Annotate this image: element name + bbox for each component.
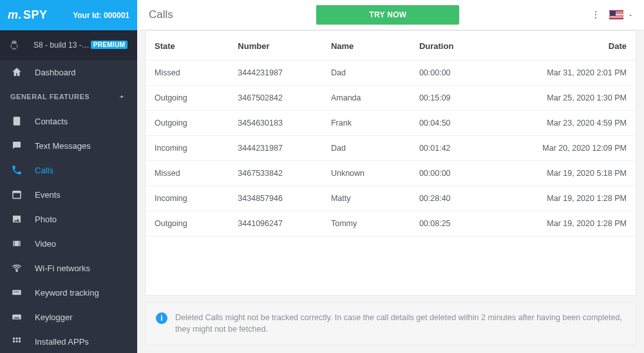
flag-us-icon bbox=[609, 10, 623, 19]
device-name: S8 - build 13 -… bbox=[33, 41, 90, 50]
sidebar-item-installed-apps[interactable]: Installed APPs bbox=[0, 329, 137, 353]
sidebar-item-label: Events bbox=[35, 190, 61, 200]
sidebar-section-general[interactable]: GENERAL FEATURES bbox=[0, 84, 137, 109]
table-row[interactable]: Outgoing3467502842Amanda00:15:09Mar 25, … bbox=[146, 86, 636, 111]
more-menu-button[interactable] bbox=[590, 9, 601, 21]
cell-state: Outgoing bbox=[146, 211, 229, 236]
sidebar-item-text-messages[interactable]: Text Messages bbox=[0, 133, 137, 158]
cell-name: Dad bbox=[322, 61, 410, 86]
table-row[interactable]: Missed3444231987Dad00:00:00Mar 31, 2020 … bbox=[146, 61, 636, 86]
svg-rect-8 bbox=[16, 338, 18, 339]
cell-state: Missed bbox=[146, 161, 229, 186]
cell-number: 3444231987 bbox=[229, 136, 322, 161]
cell-number: 3467533842 bbox=[229, 161, 322, 186]
svg-rect-11 bbox=[16, 341, 18, 343]
cell-duration: 00:04:50 bbox=[410, 111, 493, 136]
svg-point-0 bbox=[16, 271, 17, 272]
cell-date: Mar 25, 2020 1:30 PM bbox=[493, 86, 636, 111]
svg-rect-4 bbox=[18, 292, 19, 293]
svg-rect-2 bbox=[14, 292, 15, 293]
svg-rect-5 bbox=[12, 314, 21, 320]
cell-state: Outgoing bbox=[146, 86, 229, 111]
cell-state: Incoming bbox=[146, 136, 229, 161]
sidebar-item-label: Installed APPs bbox=[35, 337, 89, 347]
svg-rect-9 bbox=[19, 338, 21, 339]
cell-name: Unknown bbox=[322, 161, 410, 186]
col-header-number[interactable]: Number bbox=[229, 31, 322, 61]
svg-rect-7 bbox=[13, 338, 15, 339]
sidebar-item-calls[interactable]: Calls bbox=[0, 158, 137, 182]
cell-duration: 00:08:25 bbox=[410, 211, 493, 236]
sidebar-section-label: GENERAL FEATURES bbox=[10, 93, 90, 100]
cell-date: Mar 19, 2020 5:18 PM bbox=[493, 161, 636, 186]
col-header-state[interactable]: State bbox=[146, 31, 229, 61]
wifi-icon bbox=[10, 262, 23, 274]
sidebar-nav: Dashboard GENERAL FEATURES Contacts Text… bbox=[0, 60, 137, 353]
svg-rect-10 bbox=[13, 341, 15, 343]
device-selector[interactable]: S8 - build 13 -… PREMIUM bbox=[0, 30, 137, 60]
table-row[interactable]: Incoming3434857946Matty00:28:40Mar 19, 2… bbox=[146, 186, 636, 211]
cell-duration: 00:15:09 bbox=[410, 86, 493, 111]
video-icon bbox=[10, 237, 23, 250]
table-header-row: State Number Name Duration Date bbox=[146, 31, 636, 61]
keylogger-icon bbox=[10, 310, 23, 323]
sidebar-item-label: Video bbox=[35, 239, 56, 249]
svg-rect-6 bbox=[14, 318, 19, 319]
try-now-button[interactable]: TRY NOW bbox=[316, 5, 459, 24]
info-icon: i bbox=[156, 312, 167, 324]
table-row[interactable]: Missed3467533842Unknown00:00:00Mar 19, 2… bbox=[146, 161, 636, 186]
sidebar-item-keylogger[interactable]: Keylogger bbox=[0, 305, 137, 329]
sidebar-item-video[interactable]: Video bbox=[0, 231, 137, 256]
your-id-label: Your Id: 000001 bbox=[73, 11, 129, 20]
message-icon bbox=[10, 139, 23, 152]
cell-state: Incoming bbox=[146, 186, 229, 211]
cell-duration: 00:00:00 bbox=[410, 161, 493, 186]
cell-duration: 00:28:40 bbox=[410, 186, 493, 211]
cell-name: Dad bbox=[322, 136, 410, 161]
calendar-icon bbox=[10, 188, 23, 201]
sidebar-item-wifi[interactable]: Wi-Fi networks bbox=[0, 256, 137, 280]
table-row[interactable]: Incoming3444231987Dad00:01:42Mar 20, 202… bbox=[146, 136, 636, 161]
topbar-actions bbox=[590, 9, 632, 21]
sidebar-item-label: Contacts bbox=[35, 117, 68, 126]
cell-duration: 00:00:00 bbox=[410, 61, 493, 86]
notice-text: Deleted Calls might not be tracked corre… bbox=[175, 312, 625, 336]
sidebar-item-contacts[interactable]: Contacts bbox=[0, 109, 137, 133]
table-row[interactable]: Outgoing3441096247Tommy00:08:25Mar 19, 2… bbox=[146, 211, 636, 236]
cell-number: 3441096247 bbox=[229, 211, 322, 236]
sidebar-item-photo[interactable]: Photo bbox=[0, 207, 137, 231]
brand-logo: m.SPY bbox=[8, 8, 48, 22]
cell-name: Tommy bbox=[322, 211, 410, 236]
sidebar-item-events[interactable]: Events bbox=[0, 182, 137, 207]
language-selector[interactable] bbox=[609, 10, 632, 19]
cell-name: Frank bbox=[322, 111, 410, 136]
sidebar-item-keyword-tracking[interactable]: Keyword tracking bbox=[0, 280, 137, 305]
sidebar-item-dashboard[interactable]: Dashboard bbox=[0, 60, 137, 84]
logo-m-icon: m. bbox=[8, 8, 22, 22]
cell-name: Amanda bbox=[322, 86, 410, 111]
col-header-duration[interactable]: Duration bbox=[410, 31, 493, 61]
calls-table-card: State Number Name Duration Date Missed34… bbox=[145, 30, 636, 296]
cell-state: Missed bbox=[146, 61, 229, 86]
cell-date: Mar 19, 2020 1:28 PM bbox=[493, 186, 636, 211]
svg-point-13 bbox=[595, 11, 596, 12]
sidebar-item-label: Wi-Fi networks bbox=[35, 263, 90, 273]
clipboard-icon bbox=[10, 115, 23, 128]
col-header-date[interactable]: Date bbox=[493, 31, 636, 61]
logo-text: SPY bbox=[23, 8, 48, 22]
sidebar-item-label: Keylogger bbox=[35, 312, 73, 322]
sidebar-item-label: Calls bbox=[35, 166, 53, 175]
cell-number: 3444231987 bbox=[229, 61, 322, 86]
sidebar: m.SPY Your Id: 000001 S8 - build 13 -… P… bbox=[0, 0, 137, 353]
chevron-up-icon bbox=[117, 91, 127, 102]
cell-duration: 00:01:42 bbox=[410, 136, 493, 161]
apps-grid-icon bbox=[10, 335, 23, 348]
col-header-name[interactable]: Name bbox=[322, 31, 410, 61]
sidebar-item-label: Dashboard bbox=[35, 68, 76, 77]
cell-date: Mar 31, 2020 2:01 PM bbox=[493, 61, 636, 86]
android-icon bbox=[9, 40, 19, 50]
cell-number: 3467502842 bbox=[229, 86, 322, 111]
table-row[interactable]: Outgoing3454630183Frank00:04:50Mar 23, 2… bbox=[146, 111, 636, 136]
svg-point-15 bbox=[595, 17, 596, 19]
deleted-calls-notice: i Deleted Calls might not be tracked cor… bbox=[145, 302, 636, 346]
